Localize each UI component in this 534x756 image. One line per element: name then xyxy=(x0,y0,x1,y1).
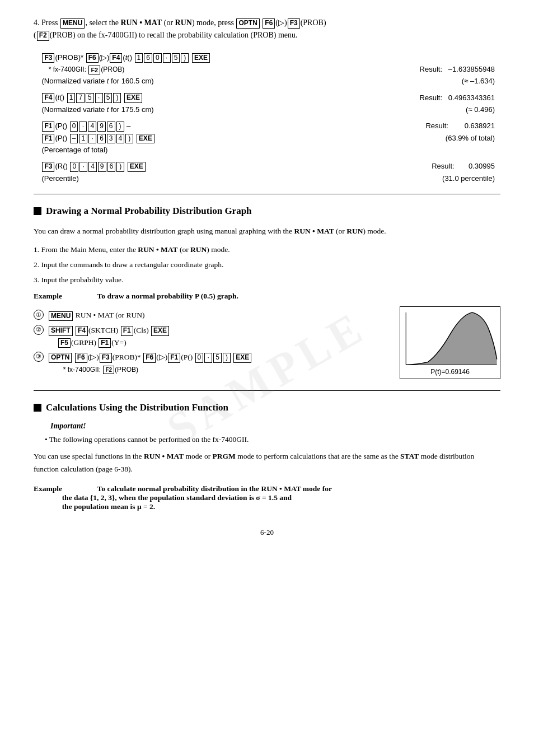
calc-section-body: You can use special functions in the RUN… xyxy=(34,450,500,476)
calc1-desc: (Normalized variate t for 160.5 cm) xyxy=(34,77,213,85)
drawing-intro: You can draw a normal probability distri… xyxy=(34,225,500,238)
drawing-step3: 3. Input the probability value. xyxy=(34,274,500,287)
calc3-result: Result: 0.638921 xyxy=(213,122,500,130)
divider1 xyxy=(34,194,500,194)
f2-key: F2 xyxy=(37,31,49,41)
calc1-note-row: * fx-7400GII: F2(PROB) Result: –1.633855… xyxy=(34,65,500,74)
drawing-step2: 2. Input the commands to draw a rectangu… xyxy=(34,259,500,272)
calc2-desc-row: (Normalized variate t for 175.5 cm) (≈ 0… xyxy=(34,105,500,114)
step2-circle: ② xyxy=(34,325,44,335)
calc-example-block: Example To calculate normal probability … xyxy=(34,484,500,511)
example-text: To draw a normal probability P (0.5) gra… xyxy=(97,292,238,300)
calc4-keys: F3(R() 0·496) EXE xyxy=(34,162,213,172)
calc2-result: Result: 0.4963343361 xyxy=(213,94,500,102)
step4-text: 4. Press MENU, select the RUN • MAT (or … xyxy=(34,17,500,42)
calc1-row: F3(PROB)* F6(▷)F4(t() 160·5) EXE xyxy=(34,53,500,63)
calc1-approx: (≈ –1.634) xyxy=(213,77,500,85)
calc3-desc: (Percentage of total) xyxy=(34,146,213,154)
exe-key-s3: EXE xyxy=(233,353,251,363)
optn-key-s3: OPTN xyxy=(49,353,72,363)
f4-key-s2: F4 xyxy=(76,326,88,336)
calc2-row: F4(t() 175·5) EXE Result: 0.4963343361 xyxy=(34,93,500,103)
step3-content: OPTN F6(▷)F3(PROB)* F6(▷)F1(P() 0·5) EXE… xyxy=(48,351,388,375)
optn-key: OPTN xyxy=(236,18,259,29)
calc1-note: * fx-7400GII: F2(PROB) xyxy=(34,66,213,74)
calc3-block: F1(P() 0·496) – Result: 0.638921 F1(P() … xyxy=(34,122,500,154)
exe-key-s2a: EXE xyxy=(151,326,169,336)
f6-key-s3b: F6 xyxy=(143,353,156,363)
calc4-desc: (Percentile) xyxy=(34,174,213,183)
important-bullet: • The following operations cannot be per… xyxy=(45,433,500,446)
graph-step1: ① MENU RUN • MAT (or RUN) xyxy=(34,309,388,321)
graph-step3: ③ OPTN F6(▷)F3(PROB)* F6(▷)F1(P() 0·5) E… xyxy=(34,351,388,375)
section-square-icon2 xyxy=(34,404,41,412)
f6-key-s3: F6 xyxy=(75,353,87,363)
drawing-section-heading: Drawing a Normal Probability Distributio… xyxy=(34,206,500,217)
drawing-title: Drawing a Normal Probability Distributio… xyxy=(46,206,252,217)
page-content: 4. Press MENU, select the RUN • MAT (or … xyxy=(34,17,500,511)
calc2-keys: F4(t() 175·5) EXE xyxy=(34,93,213,103)
graph-step2: ② SHIFT F4(SKTCH) F1(Cls) EXE F5(GRPH) F… xyxy=(34,324,388,348)
graph-container: ① MENU RUN • MAT (or RUN) ② SHIFT F4(SKT… xyxy=(34,306,500,379)
f5-key: F5 xyxy=(58,338,71,348)
calc3-keys1: F1(P() 0·496) – xyxy=(34,122,213,132)
calc3-approx: (63.9% of total) xyxy=(213,134,500,142)
menu-key: MENU xyxy=(60,18,85,29)
f1-key-s2b: F1 xyxy=(99,338,111,348)
calc4-row: F3(R() 0·496) EXE Result: 0.30995 xyxy=(34,162,500,172)
step4-section: 4. Press MENU, select the RUN • MAT (or … xyxy=(34,17,500,42)
calc3-row1: F1(P() 0·496) – Result: 0.638921 xyxy=(34,122,500,132)
shift-key: SHIFT xyxy=(49,326,73,336)
calc1-desc-row: (Normalized variate t for 160.5 cm) (≈ –… xyxy=(34,77,500,85)
calc-section-heading: Calculations Using the Distribution Func… xyxy=(34,402,500,413)
calc1-block: F3(PROB)* F6(▷)F4(t() 160·5) EXE * fx-74… xyxy=(34,53,500,86)
calc1-keys: F3(PROB)* F6(▷)F4(t() 160·5) EXE xyxy=(34,53,213,63)
step3-note: * fx-7400GII: F2(PROB) xyxy=(48,366,138,374)
f3-key: F3 xyxy=(288,18,300,29)
calc3-desc-row: (Percentage of total) xyxy=(34,146,500,154)
step4-intro: 4. Press xyxy=(34,18,58,27)
f1-key-s2: F1 xyxy=(121,326,133,336)
example-label: Example xyxy=(34,292,95,301)
drawing-example-header: Example To draw a normal probability P (… xyxy=(34,292,500,301)
calc2-block: F4(t() 175·5) EXE Result: 0.4963343361 (… xyxy=(34,93,500,114)
page-number: 6-20 xyxy=(260,528,274,536)
calc4-approx: (31.0 percentile) xyxy=(213,174,500,183)
calc-example-label: Example xyxy=(34,484,95,493)
probability-graph: P(t)=0.69146 xyxy=(400,306,500,379)
graph-label: P(t)=0.69146 xyxy=(430,368,470,376)
important-label: Important! xyxy=(50,422,500,431)
calc4-result: Result: 0.30995 xyxy=(213,162,500,170)
section-square-icon xyxy=(34,207,41,215)
divider2 xyxy=(34,390,500,391)
step3-circle: ③ xyxy=(34,352,44,362)
calc4-block: F3(R() 0·496) EXE Result: 0.30995 (Perce… xyxy=(34,162,500,183)
calc1-result2: Result: –1.633855948 xyxy=(213,65,500,73)
step2-content: SHIFT F4(SKTCH) F1(Cls) EXE F5(GRPH) F1(… xyxy=(48,324,388,348)
menu-key-step1: MENU xyxy=(49,311,73,321)
graph-steps: ① MENU RUN • MAT (or RUN) ② SHIFT F4(SKT… xyxy=(34,306,388,378)
drawing-step1: 1. From the Main Menu, enter the RUN • M… xyxy=(34,244,500,256)
calc2-desc: (Normalized variate t for 175.5 cm) xyxy=(34,105,213,114)
f1-key-s3: F1 xyxy=(168,353,180,363)
calc-section-title: Calculations Using the Distribution Func… xyxy=(46,402,228,413)
calc4-desc-row: (Percentile) (31.0 percentile) xyxy=(34,174,500,183)
page-footer: 6-20 xyxy=(34,528,500,537)
f6-key: F6 xyxy=(263,18,275,29)
step1-content: MENU RUN • MAT (or RUN) xyxy=(48,309,388,321)
calc2-approx: (≈ 0.496) xyxy=(213,105,500,114)
calc3-row2: F1(P() –1·634) EXE (63.9% of total) xyxy=(34,134,500,144)
calc3-keys2: F1(P() –1·634) EXE xyxy=(34,134,213,144)
step1-circle: ① xyxy=(34,310,44,320)
f3-key-s3: F3 xyxy=(100,353,112,363)
drawing-steps-list: 1. From the Main Menu, enter the RUN • M… xyxy=(34,244,500,287)
